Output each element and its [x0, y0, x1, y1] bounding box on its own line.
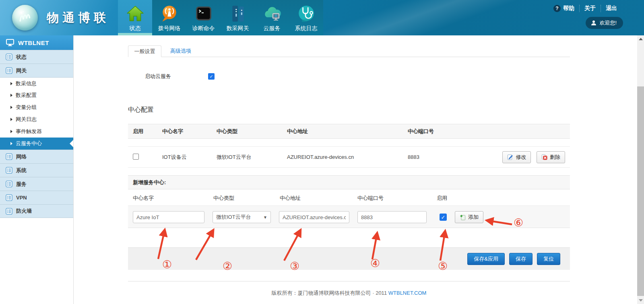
sidebar-item-gateway-log[interactable]: 网关日志 [0, 113, 73, 125]
sidebar-item-label: 状态 [16, 53, 27, 61]
edit-pencil-icon [507, 154, 513, 160]
add-enable-checkbox[interactable]: ✓ [440, 214, 447, 221]
footer-divider [128, 281, 570, 281]
enable-cloud-row: 启动云服务 ✓ [128, 73, 570, 80]
add-port-label: 中心端口号 [357, 195, 384, 202]
col-name: 中心名字 [162, 124, 217, 139]
center-port-input[interactable] [357, 211, 427, 223]
sidebar-item-label: 变量分组 [16, 104, 37, 111]
sidebar-item-network[interactable]: 网络 [0, 150, 73, 163]
add-type-label: 中心类型 [213, 195, 234, 202]
enable-cloud-label: 启动云服务 [145, 73, 171, 80]
help-label: 帮助 [563, 5, 574, 12]
nav-item-diagnostic-command[interactable]: 诊断命令 [186, 0, 221, 35]
sidebar-title-label: WTBLNET [18, 39, 49, 46]
sidebar-item-label: 网络 [16, 153, 27, 160]
add-center-form: 微软IOT云平台 ▼ ✓ 添加 [128, 205, 570, 228]
nav-item-dial-network[interactable]: 拨号网络 [152, 0, 186, 35]
caret-right-icon [10, 106, 12, 109]
sidebar-item-vpn[interactable]: VPN [0, 191, 73, 204]
logout-link[interactable]: 退出 [601, 5, 622, 12]
col-enable: 启用 [128, 124, 162, 139]
center-address-input[interactable] [279, 211, 349, 223]
row-type: 微软IOT云平台 [217, 147, 287, 168]
sidebar-item-gateway[interactable]: 网关 [0, 64, 73, 77]
scrollbar-thumb[interactable] [637, 86, 644, 296]
about-link[interactable]: 关于 [579, 5, 601, 12]
center-config-title: 中心配置 [128, 106, 570, 114]
list-icon [6, 67, 12, 74]
sidebar-item-system[interactable]: 系统 [0, 163, 73, 177]
sidebar-item-event-trigger[interactable]: 事件触发器 [0, 125, 73, 138]
add-address-label: 中心地址 [280, 195, 301, 202]
help-link[interactable]: ? 帮助 [549, 5, 579, 12]
sidebar-item-service[interactable]: 服务 [0, 177, 73, 191]
sidebar-title: WTBLNET [0, 35, 73, 50]
sidebar-item-data-config[interactable]: 数采配置 [0, 89, 73, 101]
sidebar-item-firewall[interactable]: 防火墙 [0, 204, 73, 218]
vertical-scrollbar[interactable] [637, 35, 644, 304]
stethoscope-icon [297, 3, 316, 24]
row-enable-checkbox[interactable] [133, 154, 139, 160]
sidebar-item-label: 数采配置 [16, 92, 37, 99]
reset-button[interactable]: 复位 [537, 253, 560, 265]
sidebar-item-cloud-service-center[interactable]: 云服务中心 [0, 138, 73, 150]
app-logo: 物通博联 [0, 0, 118, 35]
center-name-input[interactable] [133, 211, 204, 223]
scroll-up-icon[interactable] [639, 38, 643, 40]
logo-text: 物通博联 [47, 10, 109, 26]
tab-bar: 一般设置 高级选项 [128, 45, 570, 57]
nav-label: 云服务 [264, 25, 281, 32]
edit-button[interactable]: 修改 [502, 151, 531, 163]
col-actions [480, 124, 570, 139]
top-header: 物通博联 状态 [0, 0, 644, 35]
sidebar-item-status[interactable]: 状态 [0, 50, 73, 64]
add-name-label: 中心名字 [133, 195, 154, 202]
main-panel: 一般设置 高级选项 启动云服务 ✓ 中心配置 启用 中心名字 中心 [74, 35, 644, 304]
scroll-down-icon[interactable] [639, 299, 643, 302]
terminal-icon [194, 3, 213, 24]
sidebar-item-label: 网关日志 [16, 116, 37, 123]
tab-advanced-options[interactable]: 高级选项 [161, 45, 200, 57]
logo-sphere-icon [12, 5, 38, 31]
enable-cloud-checkbox[interactable]: ✓ [208, 73, 215, 80]
nav-label: 数采网关 [227, 25, 249, 32]
sidebar-item-label: 事件触发器 [16, 128, 42, 135]
sidebar-item-label: 系统 [16, 167, 27, 174]
delete-button[interactable]: 删除 [537, 151, 565, 163]
row-name: IOT设备云 [162, 147, 217, 168]
sidebar-item-label: 数采信息 [16, 80, 37, 87]
nav-item-system-log[interactable]: 系统日志 [289, 0, 323, 35]
action-bar: 保存&应用 保存 复位 [128, 247, 570, 270]
sidebar-item-label: 网关 [16, 67, 27, 74]
chevron-down-icon: ▼ [263, 215, 267, 220]
welcome-label: 欢迎您! [599, 19, 617, 27]
sidebar-item-data-info[interactable]: 数采信息 [0, 77, 73, 89]
list-icon [6, 194, 12, 201]
col-port: 中心端口号 [408, 124, 480, 139]
nav-label: 诊断命令 [192, 25, 215, 32]
welcome-badge[interactable]: 欢迎您! [586, 17, 623, 29]
row-address: AZUREIOT.azure-devices.cn [287, 147, 408, 168]
list-icon [6, 181, 12, 187]
footer-link[interactable]: WTBLNET.COM [388, 290, 427, 296]
page: 物通博联 状态 [0, 0, 644, 304]
nav-item-data-gateway[interactable]: 数采网关 [221, 0, 255, 35]
nav-item-cloud-service[interactable]: 云服务 [255, 0, 289, 35]
save-apply-button[interactable]: 保存&应用 [467, 253, 505, 265]
caret-right-icon [10, 142, 12, 145]
caret-right-icon [10, 82, 12, 85]
col-address: 中心地址 [287, 124, 408, 139]
caret-right-icon [10, 94, 12, 97]
list-icon [6, 53, 12, 60]
center-type-select[interactable]: 微软IOT云平台 ▼ [213, 211, 271, 223]
save-button[interactable]: 保存 [509, 253, 533, 265]
sidebar-item-variable-group[interactable]: 变量分组 [0, 101, 73, 113]
tab-general-settings[interactable]: 一般设置 [128, 45, 161, 57]
sidebar-item-label: 服务 [16, 181, 27, 188]
main-nav: 状态 拨号网络 [118, 0, 323, 35]
nav-label: 系统日志 [295, 25, 318, 32]
add-button[interactable]: 添加 [455, 211, 483, 223]
nav-item-status[interactable]: 状态 [118, 0, 152, 35]
add-center-title: 新增服务中心: [128, 175, 570, 189]
